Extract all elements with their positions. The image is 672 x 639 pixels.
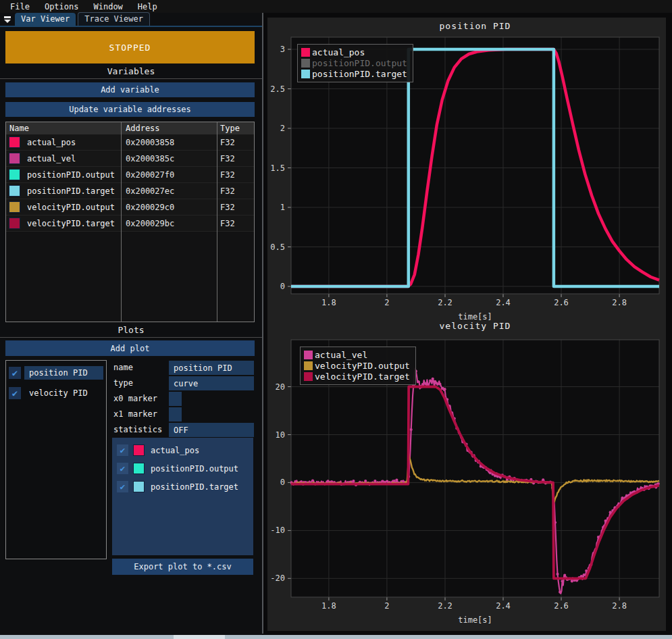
add-variable-button[interactable]: Add variable <box>5 82 255 97</box>
y-tick-label: 1.5 <box>270 163 285 173</box>
x-tick-label: 1.8 <box>321 298 336 307</box>
menu-item-help[interactable]: Help <box>130 2 165 11</box>
legend-item[interactable]: actual_pos <box>301 47 407 57</box>
legend-item[interactable]: velocityPID.target <box>304 371 410 382</box>
legend-swatch <box>301 70 310 78</box>
chart-legend: actual_velvelocityPID.outputvelocityPID.… <box>300 347 416 385</box>
color-swatch[interactable] <box>9 218 20 229</box>
x0-marker-label: x0 marker <box>113 394 157 403</box>
menu-item-file[interactable]: File <box>3 2 37 11</box>
x-tick-label: 2.4 <box>496 601 511 611</box>
statistics-field[interactable]: OFF <box>169 423 254 437</box>
plot-name[interactable]: velocity PID <box>24 386 103 400</box>
color-swatch[interactable] <box>9 136 20 148</box>
y-tick-label: 1 <box>280 203 285 212</box>
plot-name-field[interactable]: position PID <box>169 361 254 375</box>
variable-address: 0x2000385c <box>121 154 217 163</box>
chart-position-pid[interactable]: 1.822.22.42.62.800.511.522.53position PI… <box>267 18 666 328</box>
variable-type: F32 <box>217 138 254 147</box>
color-swatch[interactable] <box>9 185 20 197</box>
variable-type: F32 <box>217 219 254 228</box>
variables-table: Name Address Type actual_pos0x20003858F3… <box>5 122 255 322</box>
x0-marker-field[interactable] <box>169 392 182 406</box>
variable-address: 0x200029bc <box>121 219 217 228</box>
plot-list-item[interactable]: ✔position PID <box>9 365 103 381</box>
plot-variable-row[interactable]: ✔positionPID.output <box>117 461 253 476</box>
checkbox[interactable]: ✔ <box>117 444 128 456</box>
x-tick-label: 2.8 <box>612 298 627 307</box>
plot-list-item[interactable]: ✔velocity PID <box>9 385 103 401</box>
menu-item-options[interactable]: Options <box>37 2 86 11</box>
variable-type: F32 <box>217 186 254 196</box>
x-tick-label: 2 <box>384 298 389 307</box>
add-plot-button[interactable]: Add plot <box>5 340 255 356</box>
chart-title: position PID <box>440 21 511 31</box>
tab-bar: Var ViewerTrace Viewer <box>0 13 262 27</box>
plot-variable-row[interactable]: ✔positionPID.target <box>117 479 253 494</box>
checkbox[interactable]: ✔ <box>9 367 21 379</box>
variable-address: 0x20003858 <box>121 138 217 147</box>
update-variable-addresses-button[interactable]: Update variable addresses <box>5 102 255 117</box>
x-tick-label: 2.8 <box>612 601 627 611</box>
y-tick-label: 3 <box>280 45 285 54</box>
color-swatch[interactable] <box>133 444 145 456</box>
y-tick-label: 20 <box>276 382 285 392</box>
plot-variables-panel: ✔actual_pos✔positionPID.output✔positionP… <box>112 438 253 555</box>
legend-item[interactable]: positionPID.output <box>301 57 407 68</box>
chart-legend: actual_pospositionPID.outputpositionPID.… <box>297 44 413 82</box>
panel-divider[interactable] <box>262 13 263 634</box>
y-tick-label: 0 <box>280 478 285 487</box>
checkbox[interactable]: ✔ <box>9 387 21 399</box>
legend-item[interactable]: actual_vel <box>304 349 410 360</box>
variable-address: 0x200027f0 <box>121 170 217 180</box>
plot-variable-row[interactable]: ✔actual_pos <box>117 442 253 458</box>
color-swatch[interactable] <box>9 169 20 180</box>
column-separator <box>217 122 217 322</box>
column-header-address[interactable]: Address <box>121 124 217 133</box>
x-tick-label: 2.4 <box>496 298 511 307</box>
plots-section-title: Plots <box>0 325 262 335</box>
legend-swatch <box>304 351 313 359</box>
variable-name: positionPID.output <box>151 464 238 474</box>
color-swatch[interactable] <box>133 481 145 492</box>
legend-item[interactable]: positionPID.target <box>301 68 407 79</box>
statistics-label: statistics <box>113 425 162 434</box>
collapse-tabs-icon[interactable] <box>3 16 11 24</box>
menu-item-window[interactable]: Window <box>86 2 130 11</box>
variable-name: actual_pos <box>27 138 76 147</box>
horizontal-scrollbar[interactable] <box>0 635 672 639</box>
column-header-type[interactable]: Type <box>217 124 254 133</box>
color-swatch[interactable] <box>9 201 20 213</box>
y-tick-label: 0.5 <box>270 242 285 252</box>
y-tick-label: 2 <box>280 124 285 133</box>
x-tick-label: 1.8 <box>321 601 336 611</box>
y-tick-label: 10 <box>276 430 285 440</box>
legend-swatch <box>304 361 313 370</box>
checkbox[interactable]: ✔ <box>117 463 128 474</box>
variable-name: positionPID.target <box>151 482 238 492</box>
x1-marker-field[interactable] <box>169 407 182 421</box>
status-button[interactable]: STOPPED <box>5 31 255 63</box>
chart-velocity-pid[interactable]: 1.822.22.42.62.8-20-1001020velocity PIDt… <box>267 315 666 632</box>
scrollbar-thumb[interactable] <box>174 635 225 639</box>
x1-marker-label: x1 marker <box>113 409 157 419</box>
plot-name[interactable]: position PID <box>24 366 103 380</box>
legend-item[interactable]: velocityPID.output <box>304 360 410 371</box>
tab-trace-viewer[interactable]: Trace Viewer <box>78 12 150 26</box>
variable-type: F32 <box>217 203 254 212</box>
x-tick-label: 2.6 <box>554 601 569 611</box>
variable-type: F32 <box>217 154 254 163</box>
tab-var-viewer[interactable]: Var Viewer <box>15 13 76 26</box>
checkbox[interactable]: ✔ <box>117 481 128 492</box>
plot-list: ✔position PID✔velocity PID <box>5 360 107 559</box>
x-tick-label: 2.2 <box>438 601 453 611</box>
menu-bar: FileOptionsWindowHelp <box>0 0 672 13</box>
plot-type-field[interactable]: curve <box>169 376 254 390</box>
variable-address: 0x200029c0 <box>121 203 217 212</box>
column-header-name[interactable]: Name <box>6 124 121 133</box>
tabs: Var ViewerTrace Viewer <box>15 12 152 26</box>
x-tick-label: 2.2 <box>438 298 453 307</box>
export-csv-button[interactable]: Export plot to *.csv <box>112 559 253 575</box>
color-swatch[interactable] <box>9 153 20 164</box>
color-swatch[interactable] <box>133 463 145 474</box>
